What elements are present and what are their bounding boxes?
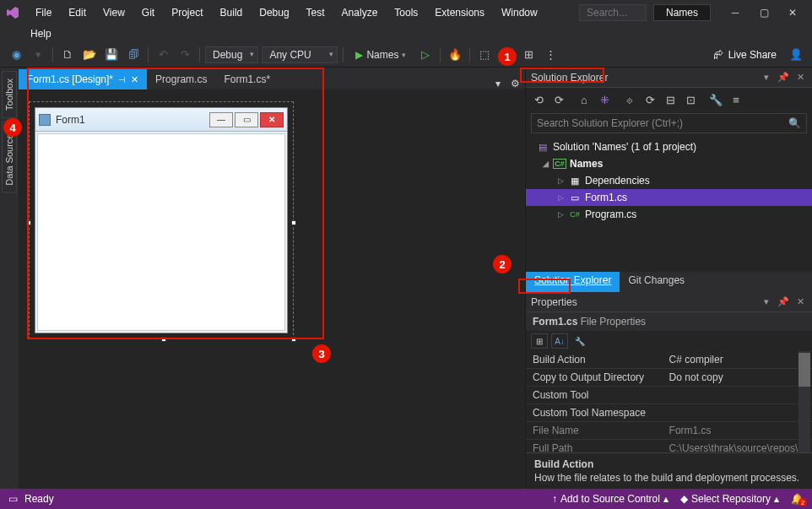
se-forward-button[interactable]: ⟳	[551, 92, 566, 107]
start-debug-button[interactable]: ▶Names▾	[349, 47, 413, 62]
form-designer-surface[interactable]: Form1 — ▭ ✕	[19, 89, 525, 489]
panel-options-button[interactable]: ▾	[760, 71, 773, 84]
solution-explorer-search[interactable]: Search Solution Explorer (Ctrl+;) 🔍	[531, 113, 807, 133]
nav-back-button[interactable]: ◉	[7, 46, 25, 64]
run-target-label: Names	[366, 49, 398, 61]
menu-view[interactable]: View	[95, 3, 133, 22]
close-icon[interactable]: ✕	[131, 74, 138, 85]
tree-solution-node[interactable]: ▤ Solution 'Names' (1 of 1 project)	[526, 138, 812, 155]
se-properties-button[interactable]: 🔧	[708, 92, 723, 107]
properties-description: Build Action How the file relates to the…	[526, 452, 812, 489]
toolbox-tab[interactable]: Toolbox	[2, 71, 17, 118]
prop-row-custom-tool-ns[interactable]: Custom Tool Namespace	[526, 404, 812, 422]
menu-build[interactable]: Build	[212, 3, 252, 22]
toolbar-btn-3[interactable]: ⊞	[519, 46, 538, 64]
window-minimize-button[interactable]: ─	[721, 3, 750, 23]
open-file-button[interactable]: 📂	[80, 46, 99, 64]
panel-options-button[interactable]: ▾	[760, 295, 773, 309]
resize-grip-s[interactable]	[161, 337, 166, 342]
solution-name-label[interactable]: Names	[653, 4, 711, 21]
toolbar-btn-4[interactable]: ⋮	[541, 46, 560, 64]
se-sync-button[interactable]: ⟐	[622, 92, 637, 107]
expand-icon[interactable]: ▷	[558, 176, 568, 185]
se-showall-button[interactable]: ⊡	[683, 92, 698, 107]
expand-icon[interactable]: ▷	[558, 193, 568, 202]
add-source-control-button[interactable]: ↑ Add to Source Control ▴	[552, 493, 669, 505]
panel-pin-button[interactable]: 📌	[777, 295, 790, 309]
menu-git[interactable]: Git	[133, 3, 163, 22]
undo-button[interactable]: ↶	[154, 46, 172, 64]
resize-grip-e[interactable]	[291, 220, 296, 225]
platform-dropdown[interactable]: Any CPU	[262, 46, 338, 63]
menu-analyze[interactable]: Analyze	[333, 3, 387, 22]
tab-git-changes[interactable]: Git Changes	[620, 272, 693, 292]
tab-program[interactable]: Program.cs	[147, 69, 215, 89]
start-nodebug-button[interactable]: ▷	[416, 46, 435, 64]
categorized-button[interactable]: ⊞	[531, 333, 548, 349]
tab-overflow-button[interactable]: ▾	[490, 78, 506, 89]
redo-button[interactable]: ↷	[176, 46, 194, 64]
search-placeholder: Search Solution Explorer (Ctrl+;)	[537, 117, 683, 129]
panel-close-button[interactable]: ✕	[793, 71, 807, 84]
form-client-area[interactable]	[37, 133, 285, 331]
prop-row-build-action[interactable]: Build ActionC# compiler	[526, 351, 812, 369]
pin-icon[interactable]: ⊣	[118, 75, 126, 84]
prop-row-copy-output[interactable]: Copy to Output DirectoryDo not copy	[526, 369, 812, 387]
se-refresh-button[interactable]: ⟳	[642, 92, 658, 107]
select-repository-button[interactable]: ◆ Select Repository ▴	[680, 493, 779, 505]
expand-icon[interactable]: ◢	[543, 160, 553, 168]
panel-close-button[interactable]: ✕	[793, 295, 807, 309]
prop-row-custom-tool[interactable]: Custom Tool	[526, 387, 812, 404]
tree-project-node[interactable]: ◢ C# Names	[526, 155, 812, 172]
window-restore-button[interactable]: ▢	[750, 3, 778, 23]
properties-grid[interactable]: Build ActionC# compiler Copy to Output D…	[526, 351, 812, 452]
prop-row-file-name[interactable]: File NameForm1.cs	[526, 422, 812, 440]
toolbar-btn-1[interactable]: ⬚	[475, 46, 494, 64]
save-button[interactable]: 💾	[102, 46, 121, 64]
tree-form1-node[interactable]: ▷ ▭ Form1.cs	[526, 189, 812, 206]
tree-dependencies-node[interactable]: ▷ ▦ Dependencies	[526, 172, 812, 189]
menu-test[interactable]: Test	[298, 3, 333, 22]
se-preview-button[interactable]: ≡	[728, 92, 744, 107]
expand-icon[interactable]: ▷	[558, 210, 568, 219]
form1-window[interactable]: Form1 — ▭ ✕	[35, 107, 288, 333]
notifications-button[interactable]: 🔔2	[791, 493, 804, 505]
tab-solution-explorer[interactable]: Solution Explorer	[526, 272, 620, 292]
menu-debug[interactable]: Debug	[251, 3, 297, 22]
menu-project[interactable]: Project	[163, 3, 211, 22]
output-icon[interactable]: ▭	[8, 493, 18, 505]
tab-form1-cs[interactable]: Form1.cs*	[215, 69, 279, 89]
menu-help[interactable]: Help	[30, 28, 51, 40]
tree-program-node[interactable]: ▷ C# Program.cs	[526, 206, 812, 223]
menu-extensions[interactable]: Extensions	[426, 3, 493, 22]
resize-grip-se[interactable]	[291, 337, 296, 342]
resize-grip-w[interactable]	[26, 220, 31, 225]
window-close-button[interactable]: ✕	[778, 3, 807, 23]
tab-settings-button[interactable]: ⚙	[506, 78, 525, 89]
csproj-icon: C#	[553, 159, 566, 169]
se-switch-view-button[interactable]: ⁜	[597, 92, 612, 107]
new-project-button[interactable]: 🗋	[58, 46, 77, 64]
panel-title-label: Properties	[531, 296, 577, 308]
config-dropdown[interactable]: Debug	[205, 46, 258, 63]
alphabetical-button[interactable]: A↓	[551, 333, 568, 349]
hot-reload-button[interactable]: 🔥	[446, 46, 464, 64]
props-wrench-button[interactable]: 🔧	[571, 333, 588, 349]
se-back-button[interactable]: ⟲	[531, 92, 546, 107]
menu-window[interactable]: Window	[493, 3, 546, 22]
account-button[interactable]: 👤	[787, 46, 805, 64]
properties-object-selector[interactable]: Form1.cs File Properties	[526, 312, 812, 331]
live-share-button[interactable]: ⮳Live Share	[706, 47, 783, 62]
menu-file[interactable]: File	[27, 3, 60, 22]
menu-tools[interactable]: Tools	[386, 3, 426, 22]
menu-edit[interactable]: Edit	[60, 3, 95, 22]
global-search-input[interactable]	[579, 4, 647, 21]
nav-forward-button[interactable]: ▾	[29, 46, 47, 64]
prop-row-full-path[interactable]: Full PathC:\Users\thrak\source\repos\N	[526, 440, 812, 453]
scroll-thumb[interactable]	[798, 353, 810, 387]
save-all-button[interactable]: 🗐	[124, 46, 143, 64]
se-collapse-button[interactable]: ⊟	[663, 92, 678, 107]
panel-pin-button[interactable]: 📌	[777, 71, 790, 84]
tab-form1-design[interactable]: Form1.cs [Design]* ⊣ ✕	[19, 69, 147, 89]
se-home-button[interactable]: ⌂	[577, 92, 592, 107]
